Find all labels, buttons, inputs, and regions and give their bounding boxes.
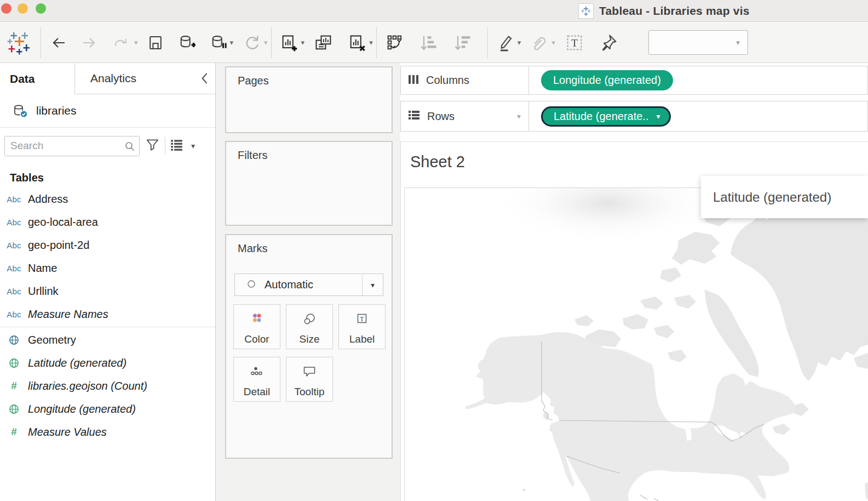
data-source-item[interactable]: libraries bbox=[0, 94, 215, 128]
string-field-icon: Abc bbox=[0, 310, 28, 319]
string-field-icon: Abc bbox=[0, 241, 28, 250]
attach-button[interactable] bbox=[523, 27, 556, 58]
sort-ascending-button[interactable] bbox=[412, 27, 446, 58]
tableau-window: Tableau - Libraries map vis bbox=[0, 0, 868, 501]
tab-data[interactable]: Data bbox=[0, 63, 74, 94]
globe-icon bbox=[0, 404, 28, 414]
number-field-icon: # bbox=[0, 426, 28, 438]
pages-shelf[interactable]: Pages bbox=[225, 66, 393, 133]
duplicate-sheet-button[interactable] bbox=[307, 27, 341, 58]
run-update-dropdown-caret[interactable]: ▾ bbox=[264, 38, 270, 47]
field-libraries-geojson-count[interactable]: # libraries.geojson (Count) bbox=[0, 374, 215, 397]
pause-updates-dropdown-caret[interactable]: ▾ bbox=[230, 38, 236, 47]
field-geometry[interactable]: Geometry bbox=[0, 328, 215, 351]
new-data-source-button[interactable] bbox=[171, 27, 203, 58]
run-update-button[interactable] bbox=[235, 27, 268, 58]
size-button[interactable]: Size bbox=[286, 304, 333, 349]
field-address[interactable]: Abc Address bbox=[0, 187, 215, 210]
highlight-dropdown-caret[interactable]: ▾ bbox=[518, 38, 524, 47]
undo-button[interactable] bbox=[42, 27, 74, 58]
window-controls bbox=[1, 3, 46, 14]
circle-mark-icon bbox=[247, 280, 256, 291]
rows-pill-zone: Latitude (generate.. ▾ bbox=[529, 106, 867, 127]
tableau-logo[interactable] bbox=[0, 29, 39, 56]
fit-selector-dropdown[interactable]: ▾ bbox=[648, 30, 748, 55]
replay-dropdown-caret[interactable]: ▾ bbox=[134, 38, 140, 47]
svg-text:T: T bbox=[360, 315, 364, 323]
field-name[interactable]: Abc Name bbox=[0, 257, 215, 280]
field-latitude-generated[interactable]: Latitude (generated) bbox=[0, 351, 215, 374]
detail-button[interactable]: Detail bbox=[233, 357, 280, 402]
data-source-name: libraries bbox=[36, 104, 77, 117]
show-mark-labels-button[interactable]: T bbox=[557, 27, 591, 58]
search-input[interactable] bbox=[5, 136, 139, 156]
close-window-button[interactable] bbox=[1, 3, 12, 14]
title-bar: Tableau - Libraries map vis bbox=[0, 0, 868, 22]
new-worksheet-button[interactable] bbox=[273, 27, 306, 58]
sort-descending-button[interactable] bbox=[446, 27, 480, 58]
toolbar-separator bbox=[376, 27, 377, 59]
rows-shelf[interactable]: Rows ▾ Latitude (generate.. ▾ bbox=[400, 101, 868, 132]
field-measure-values[interactable]: # Measure Values bbox=[0, 420, 215, 443]
pill-dropdown-caret[interactable]: ▾ bbox=[656, 112, 660, 121]
detail-icon bbox=[250, 365, 264, 380]
pin-button[interactable] bbox=[591, 27, 625, 58]
label-button[interactable]: T Label bbox=[338, 304, 386, 349]
globe-icon bbox=[0, 335, 28, 345]
rows-icon bbox=[407, 109, 421, 123]
rows-shelf-caret[interactable]: ▾ bbox=[517, 112, 521, 121]
mark-type-value: Automatic bbox=[265, 278, 313, 291]
field-longitude-generated[interactable]: Longitude (generated) bbox=[0, 397, 215, 420]
mark-type-caret[interactable]: ▾ bbox=[362, 274, 383, 295]
size-icon bbox=[302, 312, 317, 328]
field-geo-point-2d[interactable]: Abc geo-point-2d bbox=[0, 234, 215, 257]
color-button[interactable]: Color bbox=[233, 304, 280, 349]
map-view[interactable] bbox=[404, 187, 868, 501]
rows-shelf-label: Rows bbox=[427, 110, 455, 123]
replay-button[interactable] bbox=[106, 27, 139, 58]
toolbar-separator bbox=[487, 27, 488, 59]
view-mode-dropdown-caret[interactable]: ▾ bbox=[191, 141, 195, 150]
field-geo-local-area[interactable]: Abc geo-local-area bbox=[0, 210, 215, 234]
zoom-window-button[interactable] bbox=[36, 3, 46, 14]
pill-latitude-generated[interactable]: Latitude (generate.. ▾ bbox=[541, 106, 671, 127]
filters-shelf-title: Filters bbox=[226, 142, 392, 162]
new-worksheet-dropdown-caret[interactable]: ▾ bbox=[301, 38, 307, 47]
swap-rows-columns-button[interactable] bbox=[378, 27, 412, 58]
drag-field-tooltip: Latitude (generated) bbox=[701, 176, 868, 218]
columns-shelf[interactable]: Columns Longitude (generated) bbox=[400, 66, 868, 95]
data-source-icon bbox=[12, 104, 28, 118]
toolbar-separator bbox=[271, 27, 272, 59]
view-mode-button[interactable] bbox=[170, 139, 183, 153]
minimize-window-button[interactable] bbox=[18, 3, 28, 14]
field-urllink[interactable]: Abc Urllink bbox=[0, 280, 215, 303]
filter-fields-button[interactable] bbox=[146, 139, 159, 153]
filters-shelf[interactable]: Filters bbox=[225, 141, 393, 226]
field-measure-names[interactable]: Abc Measure Names bbox=[0, 303, 215, 326]
label-icon: T bbox=[355, 312, 369, 328]
window-title-area: Tableau - Libraries map vis bbox=[578, 0, 750, 22]
dimensions-measures-divider bbox=[0, 327, 215, 327]
columns-shelf-label: Columns bbox=[426, 74, 469, 87]
mark-type-dropdown[interactable]: Automatic ▾ bbox=[234, 274, 383, 296]
tooltip-button[interactable]: Tooltip bbox=[286, 357, 333, 402]
color-icon bbox=[250, 312, 263, 327]
pill-longitude-generated[interactable]: Longitude (generated) bbox=[541, 70, 673, 90]
redo-button[interactable] bbox=[74, 27, 106, 58]
collapse-pane-button[interactable] bbox=[193, 63, 215, 94]
svg-text:T: T bbox=[571, 37, 578, 48]
clear-sheet-dropdown-caret[interactable]: ▾ bbox=[369, 38, 375, 47]
highlight-button[interactable] bbox=[489, 27, 522, 58]
tab-analytics[interactable]: Analytics bbox=[74, 63, 194, 94]
tooltip-icon bbox=[302, 365, 317, 380]
list-view-icon bbox=[170, 139, 183, 151]
rows-shelf-label-zone: Rows ▾ bbox=[401, 101, 529, 131]
clear-sheet-button[interactable] bbox=[341, 27, 373, 58]
attach-dropdown-caret[interactable]: ▾ bbox=[551, 38, 557, 47]
save-button[interactable] bbox=[140, 27, 171, 58]
cards-pane: Pages Filters Marks Automatic ▾ Color bbox=[216, 63, 400, 501]
sheet-title: Sheet 2 bbox=[410, 153, 465, 171]
separator bbox=[165, 137, 165, 155]
search-icon bbox=[124, 141, 135, 154]
tables-section-header: Tables bbox=[0, 164, 215, 187]
